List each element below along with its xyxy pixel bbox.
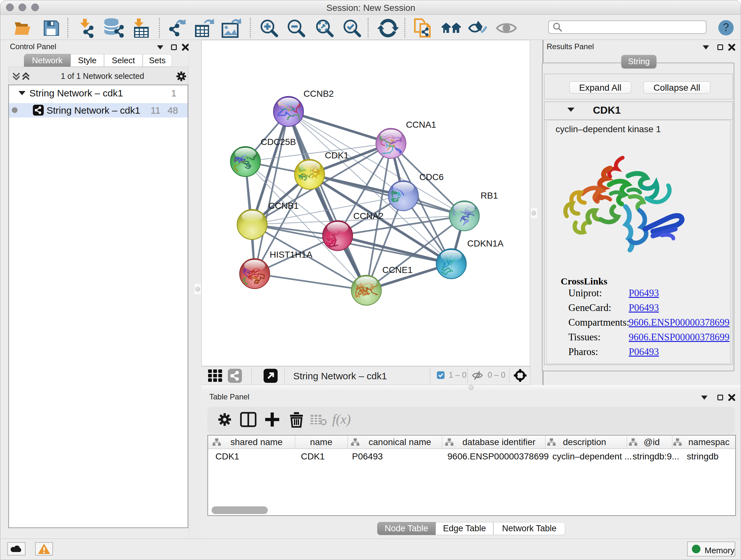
svg-text:CCNB2: CCNB2 [304,89,334,99]
svg-text:CDC6: CDC6 [419,172,444,182]
svg-text:CDK1: CDK1 [325,150,349,160]
svg-text:CCNA2: CCNA2 [353,211,384,221]
svg-text:CCNB1: CCNB1 [268,201,299,211]
svg-text:RB1: RB1 [481,191,498,200]
svg-text:CCNE1: CCNE1 [382,265,413,275]
svg-text:HIST1H1A: HIST1H1A [270,250,313,260]
svg-text:CDKN1A: CDKN1A [467,239,503,248]
svg-text:CDC25B: CDC25B [261,137,296,147]
svg-text:CCNA1: CCNA1 [406,120,436,130]
